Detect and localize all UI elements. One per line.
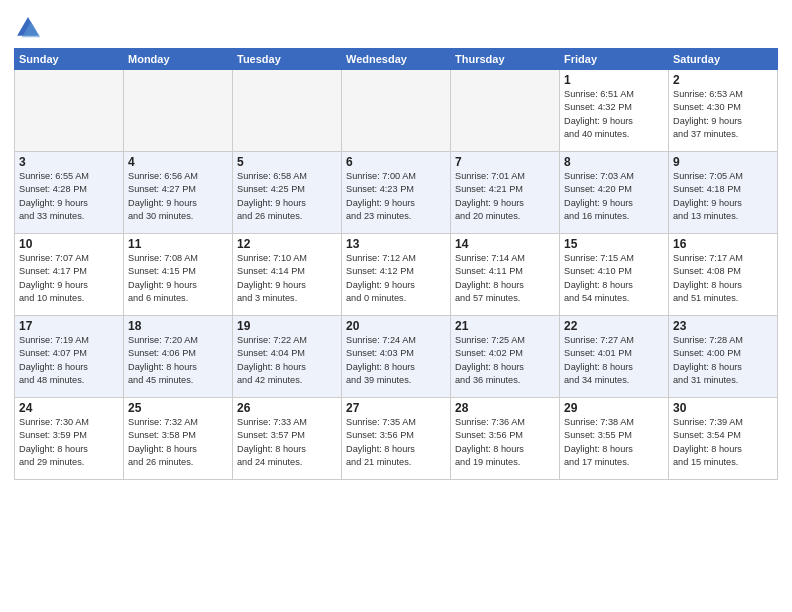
day-cell: 30Sunrise: 7:39 AM Sunset: 3:54 PM Dayli… xyxy=(669,398,778,480)
day-info: Sunrise: 6:53 AM Sunset: 4:30 PM Dayligh… xyxy=(673,88,773,141)
day-number: 28 xyxy=(455,401,555,415)
day-cell: 23Sunrise: 7:28 AM Sunset: 4:00 PM Dayli… xyxy=(669,316,778,398)
day-cell: 7Sunrise: 7:01 AM Sunset: 4:21 PM Daylig… xyxy=(451,152,560,234)
day-info: Sunrise: 7:19 AM Sunset: 4:07 PM Dayligh… xyxy=(19,334,119,387)
day-number: 12 xyxy=(237,237,337,251)
calendar: SundayMondayTuesdayWednesdayThursdayFrid… xyxy=(14,48,778,480)
day-number: 20 xyxy=(346,319,446,333)
day-number: 10 xyxy=(19,237,119,251)
day-cell: 1Sunrise: 6:51 AM Sunset: 4:32 PM Daylig… xyxy=(560,70,669,152)
day-cell: 19Sunrise: 7:22 AM Sunset: 4:04 PM Dayli… xyxy=(233,316,342,398)
day-number: 6 xyxy=(346,155,446,169)
day-number: 24 xyxy=(19,401,119,415)
day-cell: 5Sunrise: 6:58 AM Sunset: 4:25 PM Daylig… xyxy=(233,152,342,234)
day-info: Sunrise: 7:14 AM Sunset: 4:11 PM Dayligh… xyxy=(455,252,555,305)
day-number: 22 xyxy=(564,319,664,333)
day-cell: 24Sunrise: 7:30 AM Sunset: 3:59 PM Dayli… xyxy=(15,398,124,480)
day-info: Sunrise: 7:33 AM Sunset: 3:57 PM Dayligh… xyxy=(237,416,337,469)
day-number: 7 xyxy=(455,155,555,169)
day-number: 19 xyxy=(237,319,337,333)
day-number: 9 xyxy=(673,155,773,169)
logo-icon xyxy=(14,14,42,42)
day-cell: 14Sunrise: 7:14 AM Sunset: 4:11 PM Dayli… xyxy=(451,234,560,316)
day-info: Sunrise: 6:56 AM Sunset: 4:27 PM Dayligh… xyxy=(128,170,228,223)
day-number: 2 xyxy=(673,73,773,87)
day-info: Sunrise: 7:17 AM Sunset: 4:08 PM Dayligh… xyxy=(673,252,773,305)
day-cell: 10Sunrise: 7:07 AM Sunset: 4:17 PM Dayli… xyxy=(15,234,124,316)
day-cell xyxy=(342,70,451,152)
day-cell: 25Sunrise: 7:32 AM Sunset: 3:58 PM Dayli… xyxy=(124,398,233,480)
day-info: Sunrise: 7:07 AM Sunset: 4:17 PM Dayligh… xyxy=(19,252,119,305)
day-info: Sunrise: 7:36 AM Sunset: 3:56 PM Dayligh… xyxy=(455,416,555,469)
day-cell: 9Sunrise: 7:05 AM Sunset: 4:18 PM Daylig… xyxy=(669,152,778,234)
day-number: 8 xyxy=(564,155,664,169)
day-info: Sunrise: 6:55 AM Sunset: 4:28 PM Dayligh… xyxy=(19,170,119,223)
day-cell: 11Sunrise: 7:08 AM Sunset: 4:15 PM Dayli… xyxy=(124,234,233,316)
day-cell: 3Sunrise: 6:55 AM Sunset: 4:28 PM Daylig… xyxy=(15,152,124,234)
day-number: 4 xyxy=(128,155,228,169)
day-info: Sunrise: 7:38 AM Sunset: 3:55 PM Dayligh… xyxy=(564,416,664,469)
day-number: 26 xyxy=(237,401,337,415)
weekday-saturday: Saturday xyxy=(669,49,778,70)
day-number: 25 xyxy=(128,401,228,415)
page: SundayMondayTuesdayWednesdayThursdayFrid… xyxy=(0,0,792,612)
day-number: 27 xyxy=(346,401,446,415)
weekday-thursday: Thursday xyxy=(451,49,560,70)
day-number: 17 xyxy=(19,319,119,333)
day-info: Sunrise: 7:08 AM Sunset: 4:15 PM Dayligh… xyxy=(128,252,228,305)
day-cell: 8Sunrise: 7:03 AM Sunset: 4:20 PM Daylig… xyxy=(560,152,669,234)
day-cell: 6Sunrise: 7:00 AM Sunset: 4:23 PM Daylig… xyxy=(342,152,451,234)
weekday-tuesday: Tuesday xyxy=(233,49,342,70)
week-row-2: 3Sunrise: 6:55 AM Sunset: 4:28 PM Daylig… xyxy=(15,152,778,234)
day-info: Sunrise: 7:15 AM Sunset: 4:10 PM Dayligh… xyxy=(564,252,664,305)
day-info: Sunrise: 7:30 AM Sunset: 3:59 PM Dayligh… xyxy=(19,416,119,469)
day-number: 30 xyxy=(673,401,773,415)
day-cell: 22Sunrise: 7:27 AM Sunset: 4:01 PM Dayli… xyxy=(560,316,669,398)
day-number: 14 xyxy=(455,237,555,251)
day-number: 13 xyxy=(346,237,446,251)
day-number: 18 xyxy=(128,319,228,333)
weekday-sunday: Sunday xyxy=(15,49,124,70)
day-number: 23 xyxy=(673,319,773,333)
weekday-wednesday: Wednesday xyxy=(342,49,451,70)
day-info: Sunrise: 7:05 AM Sunset: 4:18 PM Dayligh… xyxy=(673,170,773,223)
day-info: Sunrise: 7:28 AM Sunset: 4:00 PM Dayligh… xyxy=(673,334,773,387)
day-cell: 4Sunrise: 6:56 AM Sunset: 4:27 PM Daylig… xyxy=(124,152,233,234)
page-header xyxy=(14,10,778,42)
day-info: Sunrise: 7:00 AM Sunset: 4:23 PM Dayligh… xyxy=(346,170,446,223)
day-cell xyxy=(124,70,233,152)
logo xyxy=(14,14,46,42)
day-cell: 26Sunrise: 7:33 AM Sunset: 3:57 PM Dayli… xyxy=(233,398,342,480)
day-info: Sunrise: 7:24 AM Sunset: 4:03 PM Dayligh… xyxy=(346,334,446,387)
day-number: 5 xyxy=(237,155,337,169)
day-info: Sunrise: 7:22 AM Sunset: 4:04 PM Dayligh… xyxy=(237,334,337,387)
day-number: 3 xyxy=(19,155,119,169)
day-number: 21 xyxy=(455,319,555,333)
day-cell xyxy=(451,70,560,152)
day-cell: 28Sunrise: 7:36 AM Sunset: 3:56 PM Dayli… xyxy=(451,398,560,480)
day-cell: 13Sunrise: 7:12 AM Sunset: 4:12 PM Dayli… xyxy=(342,234,451,316)
day-cell: 21Sunrise: 7:25 AM Sunset: 4:02 PM Dayli… xyxy=(451,316,560,398)
weekday-header-row: SundayMondayTuesdayWednesdayThursdayFrid… xyxy=(15,49,778,70)
day-cell: 29Sunrise: 7:38 AM Sunset: 3:55 PM Dayli… xyxy=(560,398,669,480)
day-info: Sunrise: 7:01 AM Sunset: 4:21 PM Dayligh… xyxy=(455,170,555,223)
week-row-3: 10Sunrise: 7:07 AM Sunset: 4:17 PM Dayli… xyxy=(15,234,778,316)
day-info: Sunrise: 7:25 AM Sunset: 4:02 PM Dayligh… xyxy=(455,334,555,387)
day-number: 15 xyxy=(564,237,664,251)
day-info: Sunrise: 6:51 AM Sunset: 4:32 PM Dayligh… xyxy=(564,88,664,141)
day-cell: 16Sunrise: 7:17 AM Sunset: 4:08 PM Dayli… xyxy=(669,234,778,316)
day-info: Sunrise: 7:39 AM Sunset: 3:54 PM Dayligh… xyxy=(673,416,773,469)
week-row-5: 24Sunrise: 7:30 AM Sunset: 3:59 PM Dayli… xyxy=(15,398,778,480)
day-cell: 12Sunrise: 7:10 AM Sunset: 4:14 PM Dayli… xyxy=(233,234,342,316)
day-info: Sunrise: 7:35 AM Sunset: 3:56 PM Dayligh… xyxy=(346,416,446,469)
day-cell xyxy=(233,70,342,152)
day-info: Sunrise: 6:58 AM Sunset: 4:25 PM Dayligh… xyxy=(237,170,337,223)
day-number: 1 xyxy=(564,73,664,87)
day-cell: 20Sunrise: 7:24 AM Sunset: 4:03 PM Dayli… xyxy=(342,316,451,398)
weekday-monday: Monday xyxy=(124,49,233,70)
week-row-4: 17Sunrise: 7:19 AM Sunset: 4:07 PM Dayli… xyxy=(15,316,778,398)
day-cell xyxy=(15,70,124,152)
day-cell: 2Sunrise: 6:53 AM Sunset: 4:30 PM Daylig… xyxy=(669,70,778,152)
day-cell: 17Sunrise: 7:19 AM Sunset: 4:07 PM Dayli… xyxy=(15,316,124,398)
week-row-1: 1Sunrise: 6:51 AM Sunset: 4:32 PM Daylig… xyxy=(15,70,778,152)
